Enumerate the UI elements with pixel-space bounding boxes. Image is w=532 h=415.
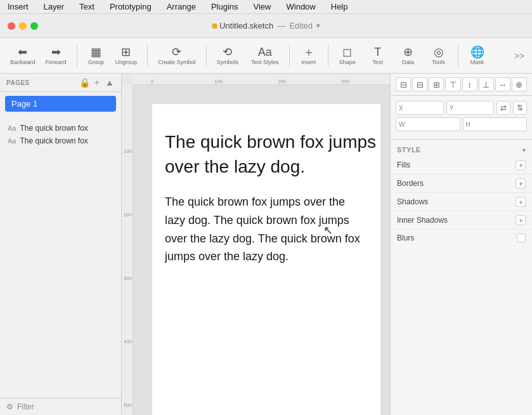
shape-label: Shape: [339, 59, 356, 65]
borders-add-button[interactable]: ＋: [516, 178, 526, 188]
artboard[interactable]: The quick brown fox jumpsover the lazy d…: [152, 104, 380, 415]
title-bar: Untitled.sketch — Edited ▾: [0, 14, 532, 38]
canvas-text-2[interactable]: The quick brown fox jumps over the lazy …: [165, 193, 368, 266]
more-button[interactable]: >>: [512, 41, 527, 71]
page-item-1[interactable]: Page 1: [5, 96, 116, 112]
canvas-area[interactable]: 0 100 200 300 100 200 300 400 500 The qu…: [122, 74, 390, 415]
y-label: Y: [450, 105, 458, 112]
mask-button[interactable]: 🌐 Mask: [464, 41, 491, 71]
history-group: ⬅ Backward ➡ Forward: [5, 41, 72, 71]
menu-window[interactable]: Window: [284, 2, 318, 11]
ruler-mark-0: 0: [151, 79, 153, 84]
text-styles-icon: Aa: [258, 46, 272, 58]
separator-4: [289, 44, 290, 67]
ungroup-button[interactable]: ⊞ Ungroup: [110, 41, 143, 71]
filter-label: Filter: [17, 402, 34, 411]
group-button[interactable]: ▦ Group: [82, 41, 110, 71]
text-styles-button[interactable]: Aa Text Styles: [246, 41, 284, 71]
forward-button[interactable]: ➡ Forward: [41, 41, 72, 71]
w-label: W: [399, 121, 408, 128]
blurs-row[interactable]: Blurs: [391, 230, 532, 246]
minimize-button[interactable]: [19, 22, 27, 30]
shadows-label: Shadows: [397, 197, 516, 206]
menu-insert[interactable]: Insert: [5, 2, 31, 11]
canvas[interactable]: The quick brown fox jumpsover the lazy d…: [133, 85, 390, 415]
y-field[interactable]: Y: [446, 101, 495, 115]
inner-shadows-row[interactable]: Inner Shadows ＋: [391, 211, 532, 230]
align-row: ⊟ ⊟ ⊞ ⊤ ↕ ⊥ ↔ ⊕: [391, 74, 532, 96]
style-chevron-icon: ▾: [522, 147, 526, 154]
shape-button[interactable]: ◻ Shape: [334, 41, 361, 71]
tools-label: Tools: [432, 59, 445, 65]
align-top-button[interactable]: ⊤: [445, 77, 460, 91]
collapse-sidebar-button[interactable]: ▲: [105, 77, 115, 88]
maximize-button[interactable]: [30, 22, 38, 30]
layer-item-2[interactable]: Aa The quick brown fox: [3, 135, 119, 147]
distribute-h-button[interactable]: ↔: [495, 77, 510, 91]
blurs-label: Blurs: [397, 234, 517, 242]
fills-row[interactable]: Fills ＋: [391, 156, 532, 175]
lock-icon[interactable]: 🔒: [79, 77, 89, 88]
menu-plugins[interactable]: Plugins: [209, 2, 241, 11]
separator-1: [77, 44, 77, 67]
blurs-checkbox[interactable]: [517, 234, 526, 242]
style-header[interactable]: STYLE ▾: [391, 143, 532, 156]
insert-button[interactable]: ＋ Insert: [295, 41, 323, 71]
text-tool-button[interactable]: T Text: [364, 41, 392, 71]
layer-item-1[interactable]: Aa The quick brown fox: [3, 122, 119, 135]
text-tool-label: Text: [372, 59, 383, 65]
group-tools: ▦ Group ⊞ Ungroup: [82, 41, 143, 71]
edited-label: Edited: [289, 21, 313, 30]
symbols-button[interactable]: ⟲ Symbols: [212, 41, 244, 71]
w-field[interactable]: W: [396, 117, 460, 131]
shadows-row[interactable]: Shadows ＋: [391, 193, 532, 211]
main-content: PAGES 🔒 ＋ ▲ Page 1 Aa The quick brown fo…: [0, 74, 532, 415]
inner-shadows-add-button[interactable]: ＋: [516, 215, 526, 225]
fills-add-button[interactable]: ＋: [516, 160, 526, 170]
create-symbol-label: Create Symbol: [158, 59, 196, 65]
tools-button[interactable]: ◎ Tools: [425, 41, 453, 71]
align-center-v-button[interactable]: ⊟: [412, 77, 427, 91]
ruler-top: 0 100 200 300: [133, 74, 390, 85]
shadows-add-button[interactable]: ＋: [516, 197, 526, 207]
title-center: Untitled.sketch — Edited ▾: [212, 21, 320, 30]
menu-layer[interactable]: Layer: [41, 2, 67, 11]
add-page-button[interactable]: ＋: [92, 77, 102, 88]
close-button[interactable]: [8, 22, 15, 30]
flip-h-button[interactable]: ⇄: [496, 101, 510, 115]
filter-icon: ⚙: [6, 402, 13, 411]
backward-button[interactable]: ⬅ Backward: [5, 41, 41, 71]
layers-list: Aa The quick brown fox Aa The quick brow…: [0, 118, 121, 151]
group-label: Group: [88, 59, 104, 65]
flip-v-button[interactable]: ⇅: [513, 101, 527, 115]
menu-help[interactable]: Help: [328, 2, 351, 11]
distribute-v-button[interactable]: ⊕: [512, 77, 527, 91]
forward-icon: ➡: [51, 46, 61, 58]
align-right-button[interactable]: ⊞: [429, 77, 444, 91]
align-left-button[interactable]: ⊟: [396, 77, 411, 91]
ruler-vmark-200: 200: [124, 212, 132, 218]
separator-2: [147, 44, 148, 67]
data-button[interactable]: ⊕ Data: [394, 41, 422, 71]
create-symbol-button[interactable]: ⟳ Create Symbol: [153, 41, 201, 71]
shape-icon: ◻: [342, 46, 352, 58]
menu-view[interactable]: View: [251, 2, 274, 11]
data-label: Data: [402, 59, 414, 65]
ruler-left: 100 200 300 400 500: [122, 85, 133, 415]
h-field[interactable]: H: [463, 117, 528, 131]
x-field[interactable]: X: [396, 101, 444, 115]
menu-text[interactable]: Text: [77, 2, 97, 11]
separator-5: [328, 44, 328, 67]
borders-row[interactable]: Borders ＋: [391, 175, 532, 193]
menu-arrange[interactable]: Arrange: [164, 2, 198, 11]
traffic-lights: [8, 22, 38, 30]
group-icon: ▦: [91, 46, 101, 58]
menu-prototyping[interactable]: Prototyping: [107, 2, 154, 11]
canvas-text-1[interactable]: The quick brown fox jumpsover the lazy d…: [165, 129, 376, 179]
text-tool-icon: T: [374, 46, 381, 58]
symbols-label: Symbols: [217, 59, 239, 65]
menu-bar: Insert Layer Text Prototyping Arrange Pl…: [0, 0, 532, 14]
align-bottom-button[interactable]: ⊥: [479, 77, 494, 91]
ruler-vmark-500: 500: [124, 402, 132, 408]
align-middle-button[interactable]: ↕: [462, 77, 477, 91]
